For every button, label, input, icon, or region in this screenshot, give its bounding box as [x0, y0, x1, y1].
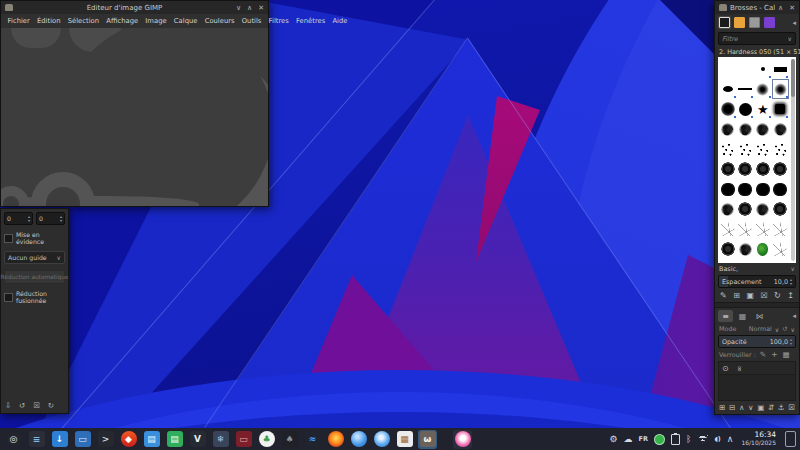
brush-item[interactable] — [754, 79, 772, 99]
brushes-tab[interactable] — [718, 16, 731, 29]
menu-fenetres[interactable]: Fenêtres — [292, 17, 328, 25]
close-icon[interactable]: ✕ — [789, 4, 795, 12]
menu-aide[interactable]: Aide — [329, 17, 351, 25]
close-icon[interactable]: ✕ — [258, 4, 264, 12]
brush-item[interactable] — [772, 59, 790, 79]
brush-item[interactable] — [737, 119, 755, 139]
show-desktop-button[interactable] — [785, 431, 796, 447]
taskbar-blue-gear-app[interactable]: ❄ — [211, 430, 230, 449]
taskbar-application-launcher[interactable]: ◎ — [4, 430, 23, 449]
auto-shrink-button[interactable]: Réduction automatique — [4, 270, 65, 284]
dock-menu-icon[interactable]: ◂ — [792, 312, 796, 320]
menu-affichage[interactable]: Affichage — [103, 17, 142, 25]
open-brush-as-image-icon[interactable]: ↥ — [787, 291, 794, 300]
spinner-arrows-icon[interactable]: ▴▾ — [790, 278, 792, 286]
gear-tray-icon[interactable]: ⚙ — [609, 434, 617, 444]
brush-item[interactable] — [737, 139, 755, 159]
brush-item[interactable] — [772, 99, 790, 119]
gimp-titlebar[interactable]: Éditeur d'image GIMP ∨ ∧ ✕ — [1, 1, 268, 14]
brush-item[interactable] — [737, 199, 755, 219]
shrink-merged-checkbox-row[interactable]: Réduction fusionnée — [4, 290, 65, 304]
taskbar-konsole-terminal[interactable]: > — [96, 430, 115, 449]
menu-image[interactable]: Image — [142, 17, 170, 25]
taskbar-discover-store[interactable]: ↓ — [50, 430, 69, 449]
paths-tab-icon[interactable]: ⋈ — [752, 310, 767, 322]
brush-item[interactable] — [719, 179, 737, 199]
spacing-slider[interactable]: Espacement 10,0 ▴▾ — [718, 275, 796, 288]
anchor-layer-icon[interactable]: ⚓ — [778, 403, 785, 412]
taskbar-system-settings[interactable]: ≡ — [27, 430, 46, 449]
menu-outils[interactable]: Outils — [238, 17, 265, 25]
brush-item[interactable] — [719, 139, 737, 159]
brush-item[interactable] — [754, 99, 772, 119]
opacity-slider[interactable]: Opacité 100,0 ▴▾ — [718, 335, 796, 348]
collapse-icon[interactable]: ∧ — [778, 4, 783, 12]
lock-position-icon[interactable]: + — [771, 350, 777, 359]
gradients-tab[interactable] — [748, 16, 761, 29]
brush-item[interactable] — [737, 99, 755, 119]
brush-item[interactable] — [719, 239, 737, 259]
brush-item[interactable] — [754, 119, 772, 139]
taskbar-blue-globe-app[interactable] — [349, 430, 368, 449]
chevron-down-icon[interactable]: ∨ — [775, 326, 779, 333]
brush-filter-input[interactable]: Filtre ∨ — [718, 32, 796, 45]
link-chain-icon[interactable]: ∞ — [735, 365, 744, 372]
bluetooth-icon[interactable]: ᛒ — [686, 434, 691, 444]
taskbar-gimp[interactable]: ω — [418, 430, 437, 449]
brush-item[interactable] — [737, 239, 755, 259]
wifi-icon[interactable] — [697, 435, 708, 444]
taskbar-red-folder-app[interactable]: ▭ — [234, 430, 253, 449]
brush-item[interactable] — [754, 139, 772, 159]
refresh-brushes-icon[interactable]: ↻ — [774, 291, 781, 300]
menu-edition[interactable]: Édition — [33, 17, 64, 25]
restore-tool-options-icon[interactable]: ↺ — [19, 401, 25, 410]
menu-couleurs[interactable]: Couleurs — [201, 17, 238, 25]
raise-layer-icon[interactable]: ∧ — [739, 403, 745, 412]
brush-item[interactable] — [737, 219, 755, 239]
taskbar-clock[interactable]: 16:34 16/10/2025 — [741, 431, 776, 447]
checkbox-icon[interactable] — [4, 293, 13, 302]
lower-layer-icon[interactable]: ∨ — [748, 403, 754, 412]
dock-menu-icon[interactable]: ◂ — [792, 19, 796, 27]
clipboard-icon[interactable] — [671, 434, 680, 445]
taskbar-blue-document-app[interactable]: ▤ — [142, 430, 161, 449]
layers-tab-icon[interactable]: ≡ — [718, 310, 733, 322]
brush-item[interactable] — [772, 179, 790, 199]
new-layer-icon[interactable]: ⊞ — [719, 403, 725, 412]
taskbar-firefox-browser[interactable] — [326, 430, 345, 449]
brush-item[interactable] — [719, 59, 737, 79]
brush-item[interactable] — [772, 199, 790, 219]
brush-item[interactable] — [754, 59, 772, 79]
brush-item[interactable] — [737, 179, 755, 199]
mode-value[interactable]: Normal — [739, 325, 771, 333]
tray-expand-icon[interactable]: ∧ — [727, 434, 734, 444]
brush-item[interactable] — [737, 159, 755, 179]
minimize-icon[interactable]: ∨ — [236, 4, 241, 12]
spinner-arrows-icon[interactable]: ▴▾ — [28, 215, 30, 223]
menu-selection[interactable]: Sélection — [64, 17, 103, 25]
delete-layer-icon[interactable]: ☒ — [788, 403, 795, 412]
mode-switch-icon[interactable]: ↺ — [782, 325, 787, 333]
taskbar-v-app[interactable]: V — [188, 430, 207, 449]
delete-tool-options-icon[interactable]: ☒ — [33, 401, 40, 410]
checkbox-icon[interactable] — [4, 234, 13, 243]
brush-item[interactable] — [772, 219, 790, 239]
taskbar-image-frame-app[interactable]: ▦ — [395, 430, 414, 449]
taskbar-green-plant-app[interactable]: ♣ — [257, 430, 276, 449]
brush-item[interactable] — [719, 99, 737, 119]
brush-item[interactable] — [719, 199, 737, 219]
merge-down-icon[interactable]: ⇵ — [768, 403, 774, 412]
gimp-canvas[interactable] — [1, 28, 268, 206]
dock-titlebar[interactable]: Brosses - Calques ∧ ✕ — [715, 1, 799, 14]
position-y-spinner[interactable]: 0 ▴▾ — [36, 212, 65, 225]
menu-fichier[interactable]: Fichier — [4, 17, 33, 25]
brush-grid-scrollbar[interactable] — [791, 59, 795, 261]
maximize-icon[interactable]: ∧ — [247, 4, 252, 12]
brush-item[interactable] — [772, 79, 790, 99]
keyboard-layout-badge[interactable]: FR — [639, 435, 648, 443]
edit-brush-icon[interactable]: ✎ — [720, 291, 727, 300]
reset-tool-options-icon[interactable]: ↻ — [48, 401, 54, 410]
menu-calque[interactable]: Calque — [170, 17, 201, 25]
menu-filtres[interactable]: Filtres — [265, 17, 292, 25]
new-brush-icon[interactable]: ⊞ — [733, 291, 740, 300]
